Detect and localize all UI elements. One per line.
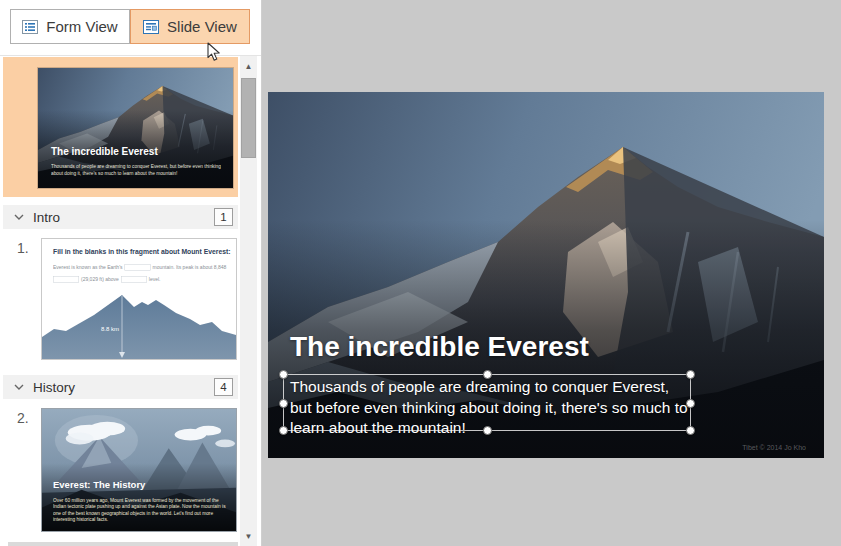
thumbnail-title-slide-selected[interactable]: The incredible Everest Thousands of peop… [3, 57, 238, 197]
thumbnail-question-2[interactable]: Everest: The History Over 60 million yea… [41, 408, 237, 532]
sidebar-scrollbar[interactable]: ▲ ▼ [240, 56, 257, 546]
resize-handle-top-right[interactable] [686, 370, 695, 379]
chevron-down-icon [14, 214, 24, 220]
section-count-badge: 1 [214, 208, 233, 226]
view-toggle-bar: Form View Slide View [0, 0, 261, 56]
resize-handle-bottom-right[interactable] [686, 426, 695, 435]
section-label: History [33, 380, 75, 395]
scrollbar-thumb[interactable] [241, 78, 256, 158]
resize-handle-middle-left[interactable] [279, 399, 288, 408]
quiz-editor-window: Form View Slide View The incredible Ever… [0, 0, 841, 546]
blank-field [125, 264, 151, 271]
resize-handle-top-middle[interactable] [483, 370, 492, 379]
resize-handle-top-left[interactable] [279, 370, 288, 379]
history-slide-body: Over 60 million years ago, Mount Everest… [53, 497, 228, 523]
section-header-history[interactable]: History 4 [3, 375, 238, 399]
photo-watermark: Tibet © 2014 Jo Kho [742, 444, 806, 451]
section-label: Intro [33, 210, 60, 225]
selected-textbox[interactable]: Thousands of people are dreaming to conq… [283, 374, 691, 431]
fill-blank-line-1: Everest is known as the Earth's mountain… [53, 264, 231, 271]
form-view-button[interactable]: Form View [10, 9, 130, 44]
section-count-badge: 4 [214, 378, 233, 396]
next-row-edge [8, 542, 238, 546]
scroll-up-arrow[interactable]: ▲ [240, 59, 257, 73]
blank-text: level. [149, 277, 161, 283]
resize-handle-middle-right[interactable] [686, 399, 695, 408]
chevron-down-icon [14, 384, 24, 390]
form-view-label: Form View [46, 18, 117, 35]
resize-handle-bottom-left[interactable] [279, 426, 288, 435]
section-header-intro[interactable]: Intro 1 [3, 205, 238, 229]
slide-view-icon [143, 19, 159, 35]
resize-handle-bottom-middle[interactable] [483, 426, 492, 435]
slide-view-button[interactable]: Slide View [130, 9, 250, 44]
history-slide-title: Everest: The History [53, 479, 145, 490]
mountain-height-graphic: 8.8 km [42, 289, 236, 359]
blank-field [53, 276, 79, 283]
form-view-icon [22, 19, 38, 35]
scroll-down-arrow[interactable]: ▼ [240, 529, 257, 543]
slide-canvas[interactable]: The incredible Everest Thousands of peop… [268, 92, 824, 458]
question-number: 2. [17, 410, 29, 426]
blank-text: Everest is known as the Earth's [53, 265, 123, 271]
slides-sidebar: Form View Slide View The incredible Ever… [0, 0, 262, 546]
thumb-slide-title: The incredible Everest [51, 146, 158, 157]
slide-view-label: Slide View [167, 18, 237, 35]
question-number: 1. [17, 240, 29, 256]
blank-text: (29,029 ft) above [81, 277, 119, 283]
fill-blank-line-2: (29,029 ft) above level. [53, 276, 231, 283]
blank-field [121, 276, 147, 283]
blank-text: mountain. Its peak is about 8,848 [153, 265, 227, 271]
mouse-cursor [207, 42, 221, 62]
question-title: Fill in the blanks in this fragment abou… [53, 248, 231, 255]
slide-title-text[interactable]: The incredible Everest [290, 331, 589, 363]
title-slide-thumbnail-image: The incredible Everest Thousands of peop… [38, 68, 233, 188]
height-label: 8.8 km [101, 326, 119, 332]
thumb-slide-body: Thousands of people are dreaming to conq… [51, 163, 221, 176]
thumbnail-question-1[interactable]: Fill in the blanks in this fragment abou… [41, 238, 237, 360]
